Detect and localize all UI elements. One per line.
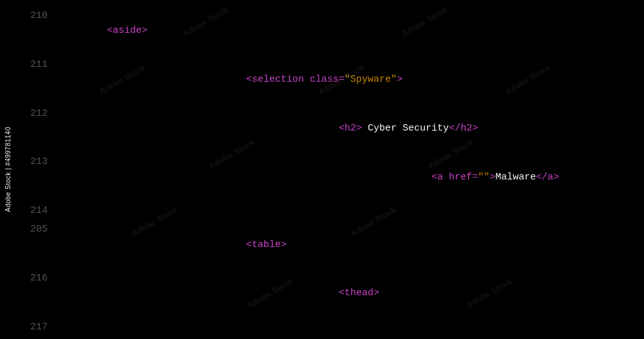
code-content: <a href="">Malware</a> [61, 154, 559, 199]
attr-href: href [449, 172, 472, 183]
code-area: 210 <aside> 211 <selection class="Spywar… [15, 6, 644, 333]
code-content: <table> [61, 222, 287, 267]
tag-aside-open: <aside> [107, 25, 147, 36]
line-number: 217 [15, 320, 61, 333]
adobe-side-bar: Adobe Stock | #499781140 [0, 0, 15, 339]
line-number: 214 [15, 203, 61, 218]
tag-h2-close: </h2> [449, 123, 478, 134]
attr-class: class [310, 74, 339, 85]
tag-thead-open: <thead> [339, 288, 379, 298]
code-line-205: 205 <table> [15, 220, 644, 269]
code-line-214: 214 [15, 201, 644, 220]
tag-a-close: </a> [536, 172, 559, 183]
code-content: <tr> [61, 320, 501, 333]
attr-href-val: "" [478, 172, 489, 183]
code-content: <aside> [61, 8, 147, 53]
code-editor: Adobe Stock | #499781140 210 <aside> 211… [0, 0, 644, 339]
code-line-210: 210 <aside> [15, 6, 644, 55]
code-line-213: 213 <a href="">Malware</a> [15, 152, 644, 201]
code-line-211: 211 <selection class="Spyware"> [15, 55, 644, 104]
adobe-side-label: Adobe Stock | #499781140 [5, 127, 12, 212]
a-text: Malware [495, 172, 536, 183]
code-line-216: 216 <thead> [15, 269, 644, 318]
tag-a-bracket: > [489, 172, 495, 183]
tag-a-open: <a [431, 172, 449, 183]
line-number: 213 [15, 154, 61, 169]
tag-table-open: <table> [246, 239, 287, 250]
h2-text: Cyber Security [362, 123, 449, 134]
tag-selection-open: <selection [246, 74, 310, 85]
code-content: <h2> Cyber Security</h2> [61, 106, 478, 151]
attr-spyware: "Spyware" [345, 74, 397, 85]
line-number: 216 [15, 271, 61, 286]
code-line-217: 217 <tr> [15, 318, 644, 333]
line-number: 210 [15, 8, 61, 23]
tag-close-bracket: > [397, 74, 402, 85]
line-number: 212 [15, 106, 61, 121]
line-number: 205 [15, 222, 61, 237]
code-content: <selection class="Spyware"> [61, 57, 402, 102]
line-number: 211 [15, 57, 61, 72]
tag-h2-open: <h2> [339, 123, 362, 134]
code-content: <thead> [61, 271, 379, 316]
code-line-212: 212 <h2> Cyber Security</h2> [15, 104, 644, 153]
code-content [61, 203, 66, 218]
